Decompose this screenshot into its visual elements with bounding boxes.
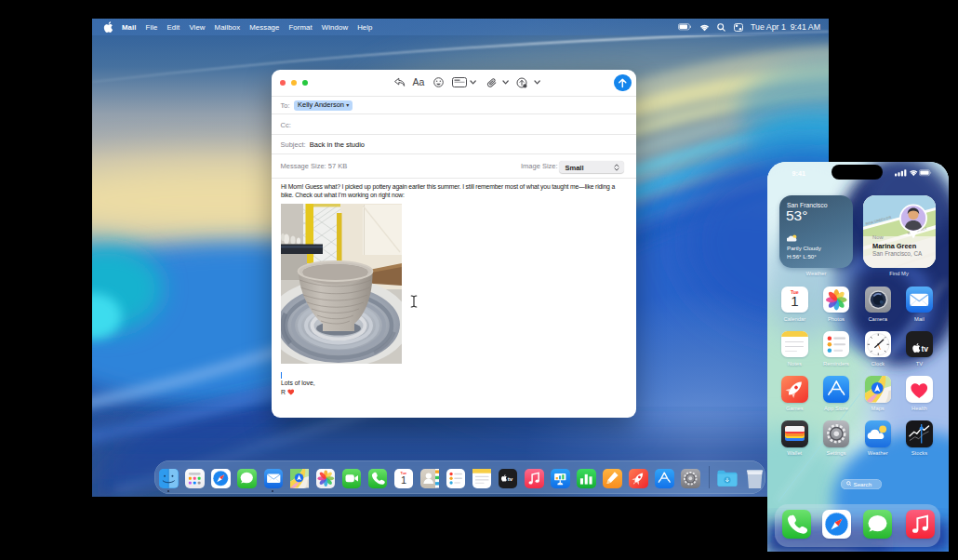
- svg-text:tv: tv: [508, 475, 513, 482]
- svg-text:tv: tv: [922, 344, 929, 353]
